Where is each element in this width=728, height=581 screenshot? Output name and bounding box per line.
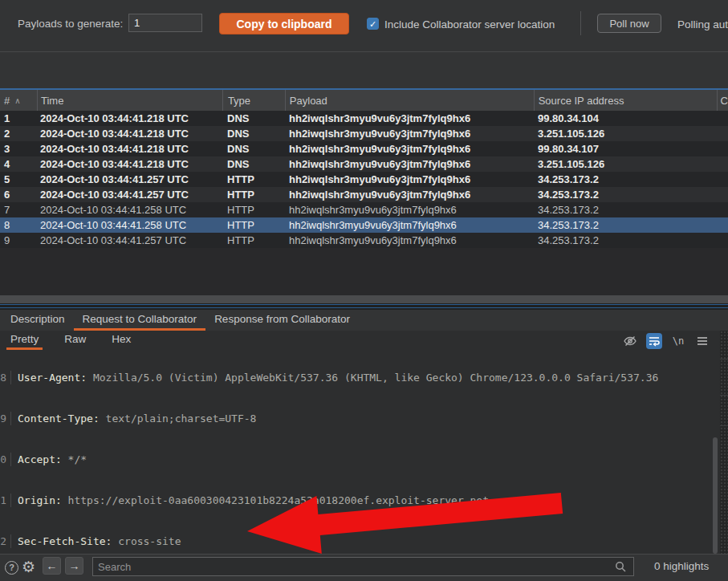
table-row[interactable]: 12024-Oct-10 03:44:41.218 UTCDNShh2iwqls… (0, 111, 728, 126)
detail-tabbar: Description Request to Collaborator Resp… (0, 310, 728, 331)
polling-status-text: Polling aut (677, 18, 728, 30)
arrow-left-icon: ← (47, 559, 58, 572)
subtab-raw[interactable]: Raw (60, 331, 90, 350)
table-row[interactable]: 22024-Oct-10 03:44:41.218 UTCDNShh2iwqls… (0, 126, 728, 141)
table-row[interactable]: 42024-Oct-10 03:44:41.218 UTCDNShh2iwqls… (0, 156, 728, 172)
highlights-count: 0 highlights (654, 560, 709, 572)
column-header-type[interactable]: Type (222, 90, 285, 111)
payloads-to-generate-label: Payloads to generate: (18, 18, 123, 30)
table-row[interactable]: 62024-Oct-10 03:44:41.257 UTCHTTPhh2iwql… (0, 187, 728, 202)
previous-match-button[interactable]: ← (43, 557, 61, 575)
eye-slash-icon[interactable] (622, 333, 638, 349)
column-header-time[interactable]: Time (37, 90, 222, 111)
tab-description[interactable]: Description (2, 310, 74, 331)
help-icon[interactable]: ? (5, 561, 18, 575)
editor-scrollbar[interactable] (713, 437, 718, 554)
table-row-selected[interactable]: 82024-Oct-10 03:44:41.258 UTCHTTPhh2iwql… (0, 217, 728, 233)
editor-view-subtabs: Pretty Raw Hex (0, 331, 728, 350)
interactions-table: 12024-Oct-10 03:44:41.218 UTCDNShh2iwqls… (0, 111, 728, 248)
table-row[interactable]: 52024-Oct-10 03:44:41.257 UTCHTTPhh2iwql… (0, 172, 728, 187)
word-wrap-icon[interactable] (646, 333, 662, 349)
poll-now-button[interactable]: Poll now (597, 14, 661, 33)
search-input[interactable] (98, 558, 604, 575)
interactions-table-header: #∧ Time Type Payload Source IP address C (0, 88, 728, 111)
subtab-pretty[interactable]: Pretty (6, 331, 43, 350)
payloads-count-input[interactable] (128, 14, 202, 32)
collaborator-toolbar: Payloads to generate: Copy to clipboard … (0, 0, 728, 52)
arrow-right-icon: → (69, 559, 80, 572)
subtab-hex[interactable]: Hex (108, 331, 135, 350)
panel-splitter[interactable] (0, 295, 728, 303)
editor-toolbar-icons: \n (622, 333, 710, 349)
right-scroll-strip[interactable] (720, 331, 728, 581)
newline-char-icon[interactable]: \n (670, 333, 686, 349)
gear-icon[interactable]: ⚙ (22, 558, 35, 577)
include-server-location-checkbox[interactable]: ✓ (367, 18, 379, 30)
editor-menu-icon[interactable] (694, 333, 710, 349)
request-editor: Pretty Raw Hex \n (0, 331, 728, 554)
sort-asc-icon: ∧ (14, 96, 20, 105)
include-server-location-label: Include Collaborator server location (384, 18, 555, 30)
table-row[interactable]: 32024-Oct-10 03:44:41.218 UTCDNShh2iwqls… (0, 141, 728, 156)
search-field-wrap (92, 557, 634, 576)
table-row[interactable]: 72024-Oct-10 03:44:41.258 UTCHTTPhh2iwql… (0, 202, 728, 217)
column-header-payload[interactable]: Payload (285, 90, 534, 111)
column-header-comment[interactable]: C (717, 90, 728, 111)
column-header-number[interactable]: #∧ (0, 90, 37, 111)
panel-focus-border (0, 303, 728, 310)
table-row[interactable]: 92024-Oct-10 03:44:41.257 UTCHTTPhh2iwql… (0, 233, 728, 248)
burp-collaborator-panel: Payloads to generate: Copy to clipboard … (0, 0, 728, 581)
search-icon (614, 560, 627, 575)
request-content[interactable]: 8User-Agent: Mozilla/5.0 (Victim) AppleW… (0, 350, 710, 554)
copy-to-clipboard-button[interactable]: Copy to clipboard (219, 13, 349, 35)
column-header-source-ip[interactable]: Source IP address (534, 90, 717, 111)
toolbar-divider (580, 11, 581, 35)
next-match-button[interactable]: → (65, 557, 83, 575)
tab-response-from-collaborator[interactable]: Response from Collaborator (205, 310, 359, 331)
table-empty-area (0, 248, 728, 295)
check-icon: ✓ (369, 19, 376, 29)
tab-request-to-collaborator[interactable]: Request to Collaborator (74, 310, 206, 331)
